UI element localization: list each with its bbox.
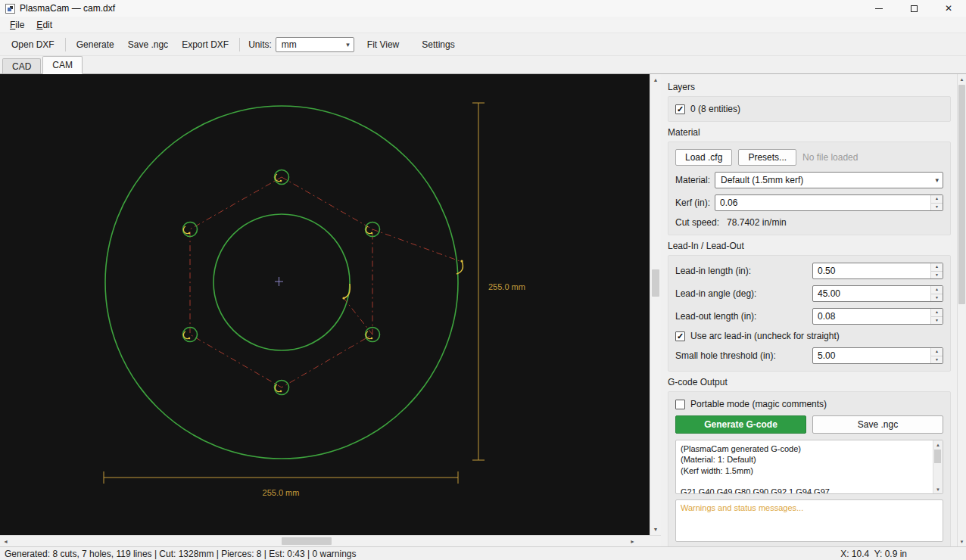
- leadout-length-input[interactable]: [813, 309, 930, 324]
- layer-0-checkbox[interactable]: ✓: [675, 104, 685, 114]
- leadin-length-label: Lead-in length (in):: [675, 266, 812, 276]
- scroll-up-icon[interactable]: [933, 440, 943, 449]
- app-icon: [5, 4, 15, 14]
- gcode-scroll-thumb[interactable]: [934, 450, 941, 463]
- units-combobox[interactable]: mm: [276, 37, 354, 52]
- leadin-angle-spinner[interactable]: [812, 285, 943, 302]
- spin-down-icon[interactable]: [931, 294, 943, 302]
- small-hole-spinner[interactable]: [812, 347, 943, 364]
- leadin-angle-input[interactable]: [813, 286, 930, 301]
- maximize-icon: [911, 5, 918, 12]
- material-group: Load .cfg Presets... No file loaded Mate…: [668, 142, 951, 235]
- spin-down-icon[interactable]: [931, 356, 943, 364]
- cam-drawing: 255.0 mm 255.0 mm: [0, 74, 650, 535]
- leadin-angle-label: Lead-in angle (deg):: [675, 288, 812, 299]
- spin-up-icon[interactable]: [931, 286, 943, 294]
- small-hole-input[interactable]: [813, 348, 930, 363]
- scroll-right-icon[interactable]: [627, 536, 638, 546]
- warnings-box: Warnings and status messages...: [675, 499, 943, 542]
- menu-bar: File Edit: [0, 17, 966, 33]
- vertical-scroll-thumb[interactable]: [652, 269, 659, 297]
- menu-file[interactable]: File: [4, 17, 30, 33]
- main-area: 255.0 mm 255.0 mm: [0, 74, 966, 546]
- spin-down-icon[interactable]: [931, 317, 943, 325]
- settings-button[interactable]: Settings: [415, 36, 461, 53]
- toolbar: Open DXF Generate Save .ngc Export DXF U…: [0, 33, 966, 56]
- lead-group: Lead-in length (in): Lead-in angle (deg)…: [668, 255, 951, 372]
- maximize-button[interactable]: [896, 0, 931, 17]
- leadout-length-spinner[interactable]: [812, 308, 943, 325]
- tab-cam[interactable]: CAM: [42, 56, 83, 74]
- toolbar-separator: [239, 38, 240, 51]
- leadout-length-label: Lead-out length (in):: [675, 311, 812, 322]
- close-button[interactable]: [931, 0, 966, 17]
- canvas-horizontal-scrollbar[interactable]: [0, 536, 638, 546]
- panel-scroll-thumb[interactable]: [958, 85, 965, 304]
- gcode-preview[interactable]: (PlasmaCam generated G-code) (Material: …: [675, 440, 943, 494]
- load-cfg-button[interactable]: Load .cfg: [675, 149, 732, 166]
- portable-mode-checkbox[interactable]: [675, 400, 685, 409]
- origin-marker: [275, 277, 283, 286]
- scroll-down-icon[interactable]: [933, 485, 943, 493]
- scroll-up-icon[interactable]: [650, 74, 661, 86]
- open-dxf-button[interactable]: Open DXF: [5, 36, 61, 53]
- no-file-loaded-text: No file loaded: [802, 152, 858, 163]
- generate-gcode-button[interactable]: Generate G-code: [675, 415, 806, 434]
- generate-button[interactable]: Generate: [70, 36, 121, 53]
- spin-up-icon[interactable]: [931, 309, 943, 317]
- canvas-column: 255.0 mm 255.0 mm: [0, 74, 661, 546]
- gcode-preview-scrollbar[interactable]: [933, 440, 943, 493]
- gcode-preview-text: (PlasmaCam generated G-code) (Material: …: [681, 443, 929, 494]
- rapid-travel-path: [190, 177, 462, 387]
- save-ngc-panel-button[interactable]: Save .ngc: [812, 415, 943, 434]
- cam-canvas[interactable]: 255.0 mm 255.0 mm: [0, 74, 650, 535]
- presets-button[interactable]: Presets...: [738, 149, 796, 166]
- spin-up-icon[interactable]: [931, 263, 943, 272]
- layer-row: ✓ 0 (8 entities): [675, 104, 943, 114]
- status-summary: Generated: 8 cuts, 7 holes, 119 lines | …: [5, 549, 356, 559]
- cut-speed-value: 78.7402 in/min: [727, 217, 787, 228]
- outer-cut-circle: [105, 106, 458, 459]
- leadin-length-input[interactable]: [813, 263, 930, 278]
- leadin-length-spinner[interactable]: [812, 263, 943, 279]
- scrollbar-corner: [638, 536, 650, 546]
- canvas-vertical-scrollbar[interactable]: [650, 74, 661, 535]
- material-section-title: Material: [668, 127, 951, 138]
- scroll-up-icon[interactable]: [958, 74, 966, 84]
- title-bar: PlasmaCam — cam.dxf: [0, 0, 966, 17]
- scroll-down-icon[interactable]: [958, 537, 966, 546]
- menu-edit[interactable]: Edit: [30, 17, 58, 33]
- gcode-group: Portable mode (magic comments) Generate …: [668, 391, 951, 546]
- spin-up-icon[interactable]: [931, 348, 943, 356]
- lead-section-title: Lead-In / Lead-Out: [668, 241, 951, 251]
- spin-down-icon[interactable]: [931, 204, 943, 211]
- spin-down-icon[interactable]: [931, 272, 943, 279]
- horizontal-scroll-thumb[interactable]: [282, 537, 332, 545]
- units-label: Units:: [248, 39, 272, 50]
- inner-cut-circle: [213, 214, 350, 350]
- status-bar: Generated: 8 cuts, 7 holes, 119 lines | …: [0, 546, 966, 560]
- material-label: Material:: [675, 175, 715, 185]
- export-dxf-button[interactable]: Export DXF: [175, 36, 235, 53]
- vertical-dimension-label: 255.0 mm: [488, 282, 525, 291]
- scroll-down-icon[interactable]: [650, 524, 661, 535]
- layer-0-label: 0 (8 entities): [690, 104, 740, 114]
- spin-up-icon[interactable]: [931, 195, 943, 204]
- app-window: PlasmaCam — cam.dxf File Edit Open DXF G…: [0, 0, 966, 560]
- panel-scrollbar[interactable]: [957, 74, 966, 546]
- units-value: mm: [282, 39, 297, 50]
- tab-cad[interactable]: CAD: [2, 58, 41, 73]
- save-ngc-button[interactable]: Save .ngc: [121, 36, 175, 53]
- scroll-left-icon[interactable]: [0, 536, 11, 546]
- close-icon: [945, 3, 952, 14]
- cursor-position: X: 10.4 Y: 0.9 in: [840, 549, 907, 559]
- layers-section-title: Layers: [668, 82, 951, 92]
- minimize-button[interactable]: [862, 0, 896, 17]
- arc-leadin-checkbox[interactable]: ✓: [675, 331, 685, 341]
- fit-view-button[interactable]: Fit View: [360, 36, 406, 53]
- kerf-input[interactable]: [715, 195, 930, 210]
- cut-speed-label: Cut speed:: [675, 217, 719, 228]
- material-combobox[interactable]: Default (1.5mm kerf): [715, 172, 943, 188]
- kerf-spinner[interactable]: [715, 194, 943, 211]
- gcode-section-title: G-code Output: [668, 377, 951, 387]
